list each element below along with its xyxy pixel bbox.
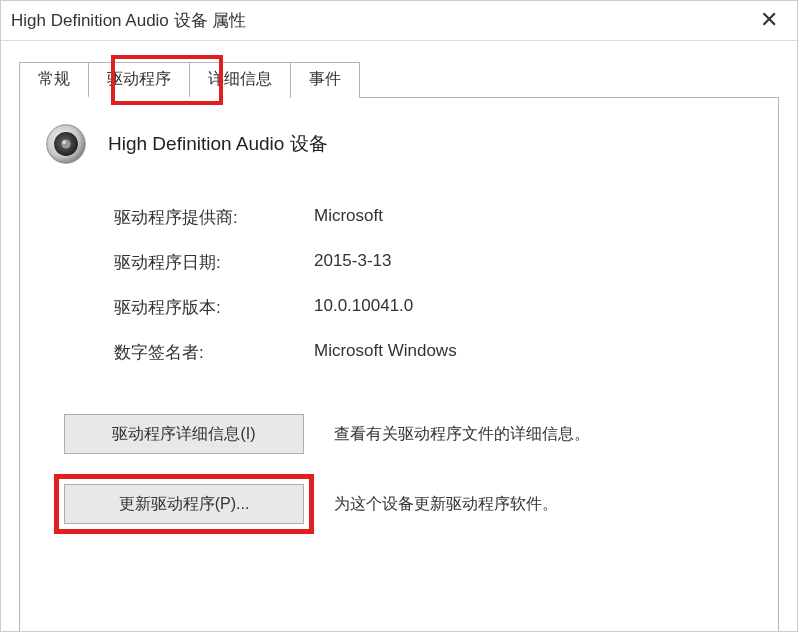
close-icon: ✕ <box>760 7 778 33</box>
signer-label: 数字签名者: <box>114 341 314 364</box>
driver-actions: 驱动程序详细信息(I) 查看有关驱动程序文件的详细信息。 更新驱动程序(P)..… <box>44 414 754 524</box>
speaker-icon <box>44 122 88 166</box>
tab-details[interactable]: 详细信息 <box>189 62 291 98</box>
device-name: High Definition Audio 设备 <box>108 131 328 157</box>
device-header: High Definition Audio 设备 <box>44 122 754 166</box>
driver-details-desc: 查看有关驱动程序文件的详细信息。 <box>334 424 590 445</box>
tab-events[interactable]: 事件 <box>290 62 360 98</box>
svg-point-3 <box>62 140 66 144</box>
date-value: 2015-3-13 <box>314 251 392 274</box>
tab-panel-driver: High Definition Audio 设备 驱动程序提供商: Micros… <box>19 98 779 632</box>
tab-strip: 常规 驱动程序 详细信息 事件 <box>19 61 779 98</box>
provider-value: Microsoft <box>314 206 383 229</box>
info-row-date: 驱动程序日期: 2015-3-13 <box>114 251 754 274</box>
svg-point-2 <box>61 139 70 148</box>
content-area: 常规 驱动程序 详细信息 事件 <box>1 41 797 632</box>
tab-general[interactable]: 常规 <box>19 62 89 98</box>
close-button[interactable]: ✕ <box>749 5 789 35</box>
info-row-signer: 数字签名者: Microsoft Windows <box>114 341 754 364</box>
window-titlebar: High Definition Audio 设备 属性 ✕ <box>1 1 797 41</box>
version-value: 10.0.10041.0 <box>314 296 413 319</box>
window-title: High Definition Audio 设备 属性 <box>11 9 246 32</box>
driver-details-button[interactable]: 驱动程序详细信息(I) <box>64 414 304 454</box>
info-row-provider: 驱动程序提供商: Microsoft <box>114 206 754 229</box>
signer-value: Microsoft Windows <box>314 341 457 364</box>
date-label: 驱动程序日期: <box>114 251 314 274</box>
version-label: 驱动程序版本: <box>114 296 314 319</box>
info-row-version: 驱动程序版本: 10.0.10041.0 <box>114 296 754 319</box>
action-row-update: 更新驱动程序(P)... 为这个设备更新驱动程序软件。 <box>64 484 754 524</box>
action-row-details: 驱动程序详细信息(I) 查看有关驱动程序文件的详细信息。 <box>64 414 754 454</box>
tab-driver[interactable]: 驱动程序 <box>88 62 190 98</box>
update-driver-desc: 为这个设备更新驱动程序软件。 <box>334 494 558 515</box>
provider-label: 驱动程序提供商: <box>114 206 314 229</box>
update-driver-button[interactable]: 更新驱动程序(P)... <box>64 484 304 524</box>
driver-info-grid: 驱动程序提供商: Microsoft 驱动程序日期: 2015-3-13 驱动程… <box>44 206 754 364</box>
